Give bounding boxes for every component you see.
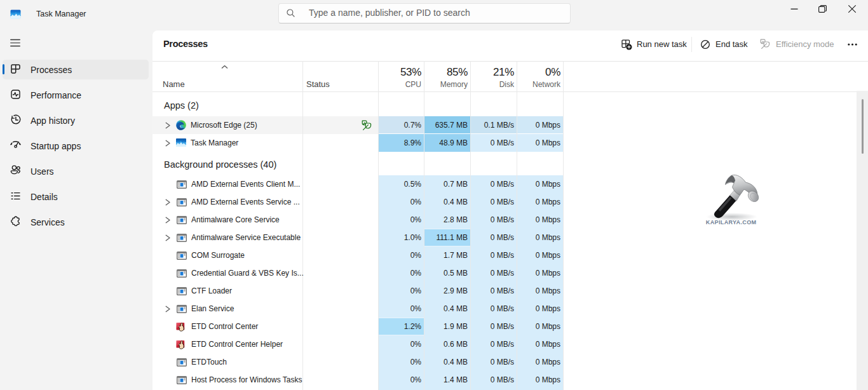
svg-text:KAPILARYA.COM: KAPILARYA.COM xyxy=(706,219,757,225)
